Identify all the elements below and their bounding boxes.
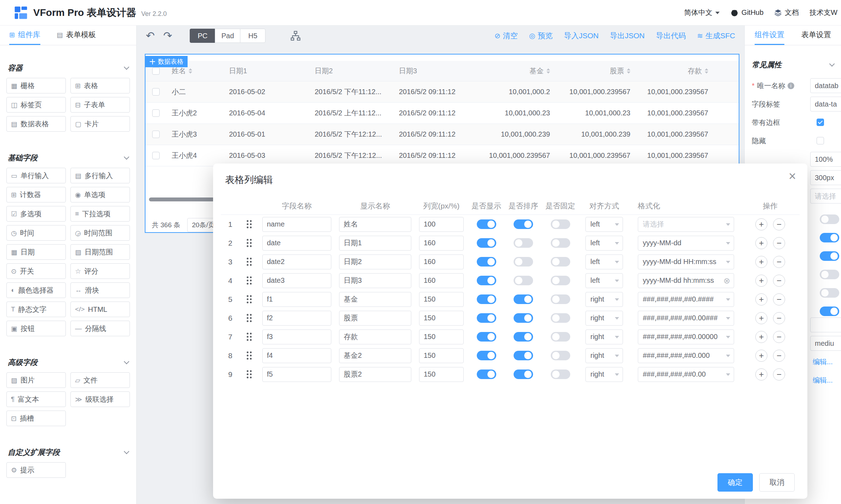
column-width-input[interactable] — [419, 367, 464, 382]
column-width-input[interactable] — [419, 254, 464, 269]
align-select[interactable]: right — [585, 311, 623, 326]
column-width-input[interactable] — [419, 311, 464, 326]
fixed-switch[interactable] — [551, 332, 570, 342]
show-switch[interactable] — [477, 257, 496, 267]
drag-handle-icon[interactable] — [247, 295, 252, 303]
language-select[interactable]: 简体中文 — [684, 8, 720, 17]
edit-link[interactable]: 编辑... — [813, 376, 833, 385]
field-name-input[interactable] — [262, 217, 331, 232]
format-select[interactable]: 请选择 — [638, 217, 734, 232]
common-props-header[interactable]: 常见属性 — [745, 57, 841, 72]
drag-handle-icon[interactable] — [247, 220, 252, 228]
device-button[interactable]: Pad — [215, 29, 240, 43]
fixed-switch[interactable] — [551, 370, 570, 379]
drag-handle-icon[interactable] — [247, 239, 252, 247]
hidden-checkbox[interactable] — [817, 137, 824, 144]
info-icon[interactable] — [788, 82, 794, 89]
sort-switch[interactable] — [514, 313, 533, 323]
component-item[interactable]: ▤ 数据表格 — [6, 116, 66, 132]
display-name-input[interactable] — [339, 273, 411, 288]
undo-icon[interactable]: ↶ — [146, 30, 155, 41]
sort-switch[interactable] — [514, 219, 533, 229]
docs-link[interactable]: 文档 — [774, 8, 799, 17]
add-column-button[interactable]: + — [755, 331, 767, 343]
fixed-switch[interactable] — [551, 276, 570, 285]
field-name-input[interactable] — [262, 348, 331, 363]
remove-column-button[interactable]: − — [773, 275, 785, 287]
prop-switch[interactable] — [820, 270, 839, 279]
fixed-switch[interactable] — [551, 294, 570, 304]
sort-switch[interactable] — [514, 276, 533, 285]
align-select[interactable]: right — [585, 348, 623, 363]
column-header-stock[interactable]: 股票 — [556, 61, 636, 81]
row-checkbox[interactable] — [152, 152, 160, 159]
component-item[interactable]: ▣ 按钮 — [6, 321, 66, 336]
display-name-input[interactable] — [339, 311, 411, 326]
sort-switch[interactable] — [514, 294, 533, 304]
column-width-input[interactable] — [419, 292, 464, 307]
prop-select[interactable]: mediu — [810, 336, 841, 351]
show-switch[interactable] — [477, 238, 496, 248]
remove-column-button[interactable]: − — [773, 218, 785, 230]
component-item[interactable]: ◶ 时间范围 — [70, 225, 130, 241]
sort-switch[interactable] — [514, 351, 533, 360]
component-item[interactable]: ⊡ 插槽 — [6, 411, 66, 426]
show-switch[interactable] — [477, 370, 496, 379]
sort-switch[interactable] — [514, 370, 533, 379]
field-name-input[interactable] — [262, 292, 331, 307]
component-item[interactable]: ↔ 滑块 — [70, 282, 130, 298]
component-item[interactable]: ⚙ 提示 — [6, 462, 66, 478]
preview-button[interactable]: ◎ 预览 — [529, 31, 553, 41]
drag-handle-icon[interactable] — [247, 276, 252, 285]
add-column-button[interactable]: + — [755, 218, 767, 230]
display-name-input[interactable] — [339, 330, 411, 344]
remove-column-button[interactable]: − — [773, 256, 785, 268]
sort-switch[interactable] — [514, 257, 533, 267]
tab-component-settings[interactable]: 组件设置 — [755, 25, 784, 45]
column-width-input[interactable] — [419, 236, 464, 251]
component-item[interactable]: ◐ 颜色选择器 — [6, 282, 66, 298]
component-item[interactable]: ⊟ 子表单 — [70, 97, 130, 113]
remove-column-button[interactable]: − — [773, 331, 785, 343]
export-code-button[interactable]: 导出代码 — [656, 31, 686, 41]
prop-select[interactable]: 请选择 — [810, 189, 841, 204]
display-name-input[interactable] — [339, 236, 411, 251]
format-select[interactable]: yyyy-MM-dd HH:mm:ss — [638, 254, 734, 269]
prop-switch[interactable] — [820, 251, 839, 261]
select-all-checkbox[interactable] — [152, 67, 160, 75]
component-item[interactable]: ≫ 级联选择 — [70, 391, 130, 407]
component-item[interactable]: ▧ 日期范围 — [70, 244, 130, 260]
field-name-input[interactable] — [262, 330, 331, 344]
tab-component-library[interactable]: ⊞组件库 — [9, 25, 40, 45]
align-select[interactable]: left — [585, 236, 623, 251]
component-item[interactable]: ⊞ 表格 — [70, 78, 130, 93]
add-column-button[interactable]: + — [755, 256, 767, 268]
display-name-input[interactable] — [339, 292, 411, 307]
edit-link[interactable]: 编辑... — [813, 357, 833, 367]
outline-tree-icon[interactable] — [290, 30, 301, 41]
confirm-button[interactable]: 确定 — [717, 473, 753, 492]
remove-column-button[interactable]: − — [773, 350, 785, 362]
component-item[interactable]: ⊞ 计数器 — [6, 187, 66, 202]
remove-column-button[interactable]: − — [773, 368, 785, 380]
fixed-switch[interactable] — [551, 313, 570, 323]
align-select[interactable]: left — [585, 217, 623, 232]
component-item[interactable]: ◫ 标签页 — [6, 97, 66, 113]
clear-button[interactable]: ⊘ 清空 — [494, 31, 518, 41]
align-select[interactable]: right — [585, 330, 623, 344]
format-select[interactable]: yyyy-MM-dd hh:mm:ss — [638, 273, 734, 288]
unique-name-input[interactable] — [810, 78, 841, 93]
display-name-input[interactable] — [339, 348, 411, 363]
field-name-input[interactable] — [262, 367, 331, 382]
component-item[interactable]: ◷ 时间 — [6, 225, 66, 241]
column-header-deposit[interactable]: 存款 — [636, 61, 714, 81]
component-item[interactable]: ¶ 富文本 — [6, 391, 66, 407]
show-switch[interactable] — [477, 313, 496, 323]
sort-icon[interactable] — [627, 68, 630, 74]
remove-column-button[interactable]: − — [773, 312, 785, 324]
component-item[interactable]: ▭ 单行输入 — [6, 168, 66, 183]
component-item[interactable]: T 静态文字 — [6, 302, 66, 317]
remove-column-button[interactable]: − — [773, 237, 785, 249]
generate-sfc-button[interactable]: ≋ 生成SFC — [697, 31, 735, 41]
add-column-button[interactable]: + — [755, 350, 767, 362]
